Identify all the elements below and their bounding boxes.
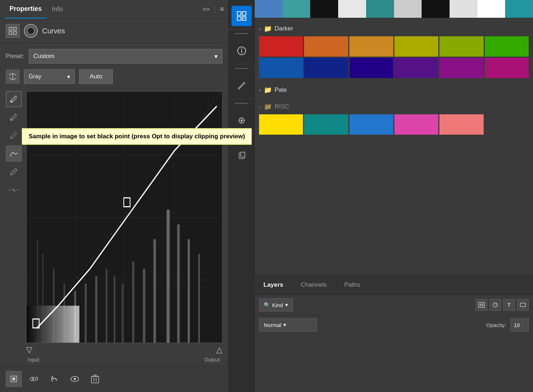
color-group-risc: › 📁 RISC	[258, 101, 530, 136]
tab-channels[interactable]: Channels	[292, 276, 336, 294]
swatch-cell[interactable]	[259, 58, 303, 78]
svg-rect-22	[143, 269, 145, 343]
swatch-cell[interactable]	[259, 114, 303, 135]
swatch-light[interactable]	[338, 0, 366, 18]
layers-panel-icon[interactable]	[231, 110, 252, 131]
preset-dropdown[interactable]: Custom ▾	[29, 49, 222, 64]
swatch-cell[interactable]	[394, 58, 438, 78]
svg-rect-60	[241, 152, 245, 157]
preset-value: Custom	[33, 53, 55, 60]
group-header-pale[interactable]: › 📁 Pale	[258, 84, 530, 96]
eye-refresh-button[interactable]	[26, 371, 42, 387]
channel-dropdown[interactable]: Gray ▾	[24, 69, 75, 84]
svg-rect-44	[237, 12, 241, 15]
curve-draw-tool[interactable]	[6, 146, 22, 162]
black-point-slider[interactable]: ▽	[26, 345, 32, 355]
curves-title: Curves	[42, 27, 65, 35]
swatch-cell[interactable]	[259, 36, 303, 57]
group-header-risc[interactable]: › 📁 RISC	[258, 101, 530, 113]
svg-rect-1	[13, 27, 16, 30]
menu-icon[interactable]: ≡	[220, 5, 224, 13]
toolbar-separator-3: ••••••••	[235, 101, 248, 106]
tab-paths[interactable]: Paths	[336, 276, 369, 294]
smooth-tool[interactable]: →∿←	[6, 182, 22, 198]
risc-group-name: RISC	[275, 103, 290, 110]
swatch-cell[interactable]	[485, 36, 529, 57]
swatch-teal[interactable]	[283, 0, 311, 18]
tab-properties[interactable]: Properties	[4, 0, 47, 19]
pencil-tool[interactable]	[6, 164, 22, 180]
svg-rect-17	[95, 276, 97, 343]
left-panel: Properties Info >> ≡ Curves Preset: Cust…	[0, 0, 229, 392]
clip-to-layer-button[interactable]	[6, 371, 22, 387]
swatch-dark-teal2[interactable]	[505, 0, 533, 18]
panel-header-icons: >> ≡	[203, 5, 224, 13]
delete-button[interactable]	[87, 371, 103, 387]
darker-folder-icon: 📁	[264, 25, 272, 33]
swatch-cell[interactable]	[394, 36, 438, 57]
adjustment-grid-icon[interactable]	[6, 24, 20, 38]
tab-info[interactable]: Info	[47, 0, 68, 18]
mid-point-slider[interactable]: △	[216, 345, 222, 355]
swatch-cell[interactable]	[485, 58, 529, 78]
swatch-cell[interactable]	[439, 58, 483, 78]
swatch-black2[interactable]	[422, 0, 450, 18]
eyedropper-black-tool[interactable]	[6, 91, 22, 107]
preset-row: Preset: Custom ▾	[0, 43, 228, 66]
svg-rect-46	[237, 17, 241, 20]
color-group-pale: › 📁 Pale	[258, 84, 530, 96]
filter-text-icon[interactable]: T	[503, 299, 515, 311]
preset-chevron-icon: ▾	[214, 53, 218, 60]
eyedropper-white-tool[interactable]	[6, 127, 22, 143]
edit-panel-icon[interactable]	[231, 75, 252, 96]
undo-button[interactable]	[46, 371, 62, 387]
copy-panel-icon[interactable]	[231, 145, 252, 166]
swatch-gray[interactable]	[394, 0, 422, 18]
channel-value: Gray	[29, 73, 41, 80]
sliders-row: ▽ △	[26, 343, 222, 357]
swatch-white[interactable]	[477, 0, 505, 18]
svg-rect-3	[13, 32, 16, 34]
opacity-value[interactable]: 10	[511, 318, 529, 331]
middle-toolbar: •••••••• •••••••• ••••••••	[229, 0, 255, 392]
swatch-dark-teal[interactable]	[366, 0, 394, 18]
swatch-cell[interactable]	[349, 36, 393, 57]
svg-rect-0	[9, 27, 12, 30]
layers-tabs: Layers Channels Paths	[255, 276, 533, 295]
group-header-darker[interactable]: › 📁 Darker	[258, 23, 530, 35]
blend-chevron-icon: ▾	[283, 322, 286, 328]
output-label: Output:	[204, 357, 221, 363]
swatch-lightgray[interactable]	[450, 0, 477, 18]
channel-row: Gray ▾ Auto	[0, 66, 228, 88]
swatch-cell[interactable]	[349, 58, 393, 78]
swatch-cell[interactable]	[304, 58, 348, 78]
curves-graph[interactable]	[26, 91, 222, 343]
adjustments-icon[interactable]	[231, 6, 252, 26]
tab-layers[interactable]: Layers	[255, 276, 292, 294]
blend-mode-dropdown[interactable]: Normal ▾	[259, 318, 317, 331]
swatch-black[interactable]	[310, 0, 338, 18]
svg-point-36	[74, 378, 76, 380]
info-panel-icon[interactable]	[231, 41, 252, 61]
filter-adjustment-icon[interactable]	[489, 299, 501, 311]
visibility-toggle-button[interactable]	[67, 371, 83, 387]
filter-shape-icon[interactable]	[517, 299, 529, 311]
eyedropper-gray-tool[interactable]	[6, 109, 22, 125]
swatch-blue[interactable]	[255, 0, 283, 18]
normal-blend-label: Normal	[264, 322, 281, 328]
swatch-cell[interactable]	[439, 114, 483, 135]
toolbar-separator-1: ••••••••	[235, 31, 248, 36]
toolbar-section-2	[229, 38, 254, 64]
arrows-icon[interactable]	[6, 70, 20, 83]
svg-rect-20	[122, 283, 124, 343]
filter-pixel-icon[interactable]	[476, 299, 487, 311]
swatch-cell[interactable]	[439, 36, 483, 57]
swatch-cell[interactable]	[394, 114, 438, 135]
svg-rect-26	[188, 239, 190, 343]
swatch-cell[interactable]	[349, 114, 393, 135]
expand-icon[interactable]: >>	[203, 6, 210, 13]
swatch-cell[interactable]	[304, 36, 348, 57]
swatch-cell[interactable]	[304, 114, 348, 135]
auto-button[interactable]: Auto	[79, 69, 113, 84]
kind-filter-dropdown[interactable]: 🔍 Kind ▾	[259, 298, 293, 311]
